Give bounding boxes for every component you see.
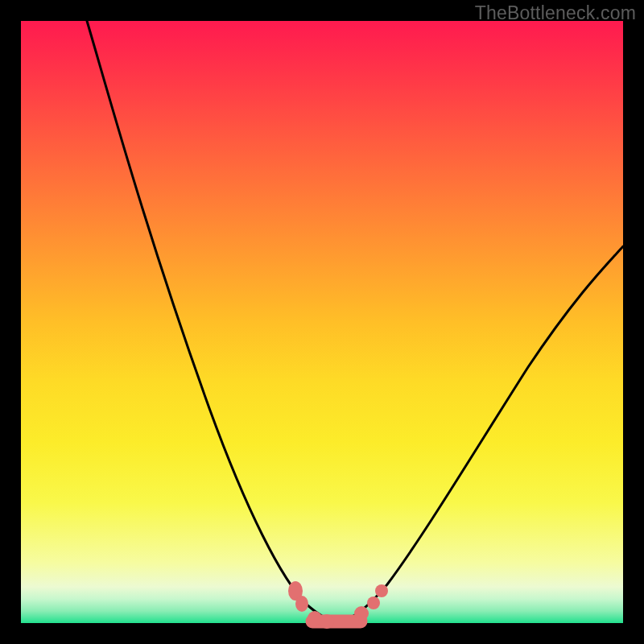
curve-left-arm <box>87 21 335 621</box>
plot-area <box>21 21 623 623</box>
marker-left-4 <box>320 614 334 629</box>
curve-right-arm <box>339 246 623 621</box>
marker-right-3 <box>375 584 388 597</box>
marker-right-2 <box>367 597 380 609</box>
marker-right-1 <box>354 606 369 621</box>
watermark-text: TheBottleneck.com <box>475 2 636 24</box>
marker-left-2 <box>295 596 308 612</box>
outer-frame: TheBottleneck.com <box>0 0 644 644</box>
bottleneck-curve <box>21 21 623 623</box>
